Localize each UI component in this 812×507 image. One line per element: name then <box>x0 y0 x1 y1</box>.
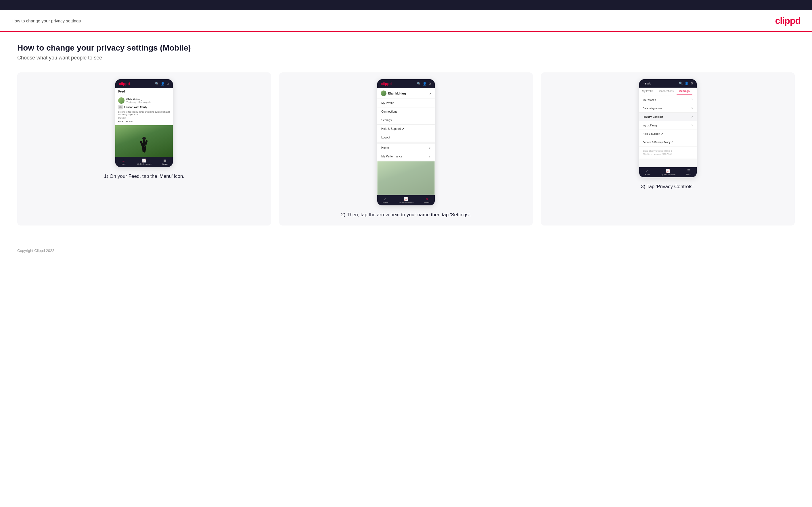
p1-user-info: Blair McHarg Yesterday · Sunningdale <box>126 98 151 103</box>
p1-performance-icon: 📈 <box>142 159 146 163</box>
p2-section-home-label: Home <box>381 146 389 149</box>
p3-settings-icon[interactable]: ⚙ <box>691 81 693 85</box>
p2-navbar: clippd 🔍 👤 ⚙ <box>377 79 435 88</box>
p3-item-service-privacy[interactable]: Service & Privacy Policy ↗ <box>639 138 697 147</box>
p2-nav-home[interactable]: ⌂ Home <box>383 197 388 204</box>
p3-search-icon[interactable]: 🔍 <box>679 81 683 85</box>
p2-search-icon[interactable]: 🔍 <box>417 82 421 86</box>
p2-menu-item-connections[interactable]: Connections <box>377 107 435 116</box>
p3-item-data-integrations[interactable]: Data Integrations > <box>639 104 697 113</box>
p1-menu-icon: ☰ <box>163 159 166 163</box>
p1-settings-icon[interactable]: ⚙ <box>166 82 169 86</box>
steps-row: clippd 🔍 👤 ⚙ Feed Blair McHarg <box>17 72 795 225</box>
p3-item-my-account[interactable]: My Account > <box>639 95 697 104</box>
p3-performance-icon: 📈 <box>666 169 670 173</box>
p3-back-icon: < <box>643 82 644 85</box>
p2-menu-overlay: Blair McHarg ∧ My Profile Connections Se… <box>377 88 435 161</box>
p2-menu-item-profile[interactable]: My Profile <box>377 99 435 107</box>
p2-menu-item-settings[interactable]: Settings <box>377 116 435 125</box>
main-content: How to change your privacy settings (Mob… <box>0 32 812 243</box>
p2-menu-label: Menu <box>424 202 429 204</box>
p3-spacer <box>639 159 697 167</box>
p1-nav-performance[interactable]: 📈 My Performance <box>137 159 152 165</box>
tab-settings[interactable]: Settings <box>676 88 693 95</box>
p3-tabs: My Profile Connections Settings <box>639 88 697 95</box>
p1-nav-home[interactable]: ⌂ Home <box>121 159 126 165</box>
p3-data-integrations-chevron: > <box>692 107 693 110</box>
p1-lesson-row: Lesson with Fordy <box>118 105 170 109</box>
p2-section-performance-label: My Performance <box>381 155 402 158</box>
p3-menu-icon: ☰ <box>687 169 691 173</box>
p2-close-icon: ✕ <box>425 197 428 201</box>
top-bar <box>0 0 812 10</box>
p3-navbar: < Back 🔍 👤 ⚙ <box>639 79 697 88</box>
p1-post: Blair McHarg Yesterday · Sunningdale Les… <box>115 95 173 125</box>
p2-performance-label: My Performance <box>399 202 413 204</box>
p1-search-icon[interactable]: 🔍 <box>155 82 159 86</box>
p2-bg-image <box>377 161 435 195</box>
phone-1: clippd 🔍 👤 ⚙ Feed Blair McHarg <box>115 79 173 167</box>
p3-settings-list: My Account > Data Integrations > Privacy… <box>639 95 697 147</box>
p3-client-version: Clippd Client Version: 2022.8.3-3 <box>643 149 693 153</box>
step-1-card: clippd 🔍 👤 ⚙ Feed Blair McHarg <box>17 72 271 225</box>
p3-server-version: GQL Server Version: 2022.7.30-1 <box>643 153 693 156</box>
page-heading: How to change your privacy settings (Mob… <box>17 43 795 53</box>
p3-my-account-chevron: > <box>692 98 693 101</box>
p2-settings-icon[interactable]: ⚙ <box>428 82 431 86</box>
p3-privacy-controls-chevron: > <box>692 115 693 118</box>
p1-lesson-icon <box>118 105 123 109</box>
p3-nav-performance[interactable]: 📈 My Performance <box>661 169 675 175</box>
p3-back-button[interactable]: < Back <box>643 82 651 85</box>
p3-user-icon[interactable]: 👤 <box>684 81 689 85</box>
tab-my-profile[interactable]: My Profile <box>639 88 656 95</box>
logo: clippd <box>775 15 801 26</box>
p2-nav-menu[interactable]: ✕ Menu <box>424 197 429 204</box>
p3-nav-home[interactable]: ⌂ Home <box>644 169 650 175</box>
p2-chevron-up-icon[interactable]: ∧ <box>429 92 431 95</box>
p1-menu-label: Menu <box>162 163 168 165</box>
p2-home-icon: ⌂ <box>384 197 386 201</box>
p3-privacy-controls-label: Privacy Controls <box>643 115 663 118</box>
p1-duration-label: Duration <box>118 117 170 119</box>
p1-home-icon: ⌂ <box>122 159 124 163</box>
p2-menu-item-logout[interactable]: Logout <box>377 133 435 142</box>
p2-bottom-nav: ⌂ Home 📈 My Performance ✕ Menu <box>377 195 435 206</box>
p3-item-privacy-controls[interactable]: Privacy Controls > <box>639 113 697 121</box>
p3-item-help-support[interactable]: Help & Support ↗ <box>639 130 697 138</box>
p1-post-text: Looking to feel like my hands are exitin… <box>118 111 170 116</box>
p1-bottom-nav: ⌂ Home 📈 My Performance ☰ Menu <box>115 157 173 167</box>
step-2-caption: 2) Then, tap the arrow next to your name… <box>341 211 471 219</box>
p2-logo: clippd <box>381 81 392 86</box>
p2-nav-performance[interactable]: 📈 My Performance <box>399 197 413 204</box>
p3-bottom-nav: ⌂ Home 📈 My Performance ☰ Menu <box>639 167 697 177</box>
p2-menu-section-performance[interactable]: My Performance ∨ <box>377 152 435 161</box>
step-3-caption: 3) Tap 'Privacy Controls'. <box>641 183 695 190</box>
tab-connections[interactable]: Connections <box>656 88 676 95</box>
p1-performance-label: My Performance <box>137 163 152 165</box>
p1-post-name: Blair McHarg <box>126 98 151 101</box>
page-subheading: Choose what you want people to see <box>17 55 795 61</box>
p2-performance-icon: 📈 <box>404 197 408 201</box>
p2-home-label: Home <box>383 202 388 204</box>
p3-my-golf-bag-label: My Golf Bag <box>643 124 657 127</box>
p1-duration-value: 01 hr : 30 min <box>118 120 170 123</box>
p3-performance-label: My Performance <box>661 173 675 175</box>
p2-menu-header: Blair McHarg ∧ <box>377 88 435 99</box>
p3-item-my-golf-bag[interactable]: My Golf Bag > <box>639 121 697 130</box>
p2-menu-name: Blair McHarg <box>388 92 406 95</box>
p3-help-support-label: Help & Support ↗ <box>643 132 663 135</box>
step-1-caption: 1) On your Feed, tap the 'Menu' icon. <box>104 173 185 180</box>
p3-menu-label: Menu <box>686 173 691 175</box>
p1-navbar: clippd 🔍 👤 ⚙ <box>115 79 173 88</box>
p2-menu-section-home[interactable]: Home ∨ <box>377 144 435 152</box>
p3-nav-menu[interactable]: ☰ Menu <box>686 169 691 175</box>
p1-user-icon[interactable]: 👤 <box>161 82 165 86</box>
p3-home-label: Home <box>644 173 650 175</box>
p3-data-integrations-label: Data Integrations <box>643 107 662 110</box>
svg-point-0 <box>119 106 121 108</box>
p1-nav-menu[interactable]: ☰ Menu <box>162 159 168 165</box>
svg-rect-2 <box>143 140 146 147</box>
p2-menu-item-help[interactable]: Help & Support ↗ <box>377 125 435 133</box>
p2-user-icon[interactable]: 👤 <box>423 82 427 86</box>
p1-feed-label: Feed <box>115 88 173 95</box>
